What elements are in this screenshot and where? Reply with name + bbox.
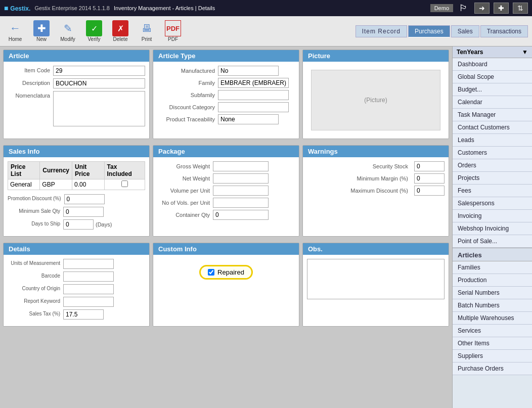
sidebar-item-contact-customers[interactable]: Contact Customers	[453, 121, 532, 134]
col-currency: Currency	[40, 162, 72, 179]
nomenclatura-textarea[interactable]	[53, 91, 145, 126]
min-margin-input[interactable]	[414, 173, 445, 184]
tab-item-record[interactable]: Item Record	[356, 25, 407, 37]
obs-textarea[interactable]	[307, 259, 445, 299]
barcode-input-wrap	[63, 271, 145, 282]
sidebar-item-orders[interactable]: Orders	[453, 159, 532, 172]
family-input[interactable]	[218, 78, 289, 88]
nav-icon-1[interactable]: ➜	[474, 3, 490, 14]
barcode-input[interactable]	[63, 271, 114, 282]
warnings-section: Warnings Security Stock Minimum Margin (…	[302, 145, 449, 237]
picture-box: (Picture)	[311, 70, 440, 130]
flag-icon: 🏳	[459, 3, 468, 14]
item-code-input[interactable]	[53, 66, 145, 76]
custom-info-body: Repaired	[153, 255, 299, 290]
days-to-ship-input[interactable]	[63, 219, 94, 230]
warnings-body: Security Stock Minimum Margin (%) Maximu…	[303, 157, 449, 202]
tab-sales[interactable]: Sales	[451, 25, 479, 37]
sidebar-item-projects[interactable]: Projects	[453, 172, 532, 185]
package-section: Package Gross Weight Net Weight Volume p…	[153, 145, 299, 237]
sidebar-item-customers[interactable]: Customers	[453, 147, 532, 159]
sidebar-item-multiple-warehouses[interactable]: Multiple Warehouses	[453, 312, 532, 325]
volume-per-unit-input[interactable]	[213, 186, 269, 196]
sidebar-item-global-scope[interactable]: Global Scope	[453, 71, 532, 83]
delete-button[interactable]: ✗ Delete	[109, 19, 131, 43]
country-origin-input[interactable]	[63, 284, 114, 294]
sidebar: TenYears ▼ Dashboard Global Scope Budget…	[452, 47, 532, 408]
product-traceability-value-wrap	[218, 114, 295, 124]
sidebar-item-production[interactable]: Production	[453, 274, 532, 287]
manufactured-input[interactable]	[218, 66, 279, 76]
manufactured-value-wrap	[218, 66, 295, 76]
pdf-button[interactable]: PDF PDF	[162, 19, 184, 43]
promo-discount-row: Promotion Discount (%)	[8, 194, 145, 204]
discount-category-input[interactable]	[218, 102, 289, 112]
volume-per-unit-row: Volume per Unit	[157, 186, 295, 196]
tab-transactions[interactable]: Transactions	[480, 25, 528, 37]
verify-button[interactable]: ✓ Verify	[83, 19, 105, 43]
tab-purchases[interactable]: Purchases	[408, 25, 450, 37]
sidebar-item-batch-numbers[interactable]: Batch Numbers	[453, 299, 532, 312]
security-stock-row: Security Stock	[307, 161, 445, 171]
sidebar-item-suppliers[interactable]: Suppliers	[453, 350, 532, 362]
modify-button[interactable]: ✎ Modify	[57, 19, 79, 43]
sidebar-item-budget[interactable]: Budget...	[453, 83, 532, 96]
product-traceability-input[interactable]	[218, 114, 279, 124]
sidebar-item-services[interactable]: Services	[453, 325, 532, 337]
sales-tax-input[interactable]	[63, 309, 104, 320]
sidebar-item-webshop-invoicing[interactable]: Webshop Invoicing	[453, 222, 532, 235]
tax-checkbox[interactable]	[121, 180, 128, 187]
net-weight-input[interactable]	[213, 173, 269, 184]
sidebar-item-families[interactable]: Families	[453, 261, 532, 274]
gross-weight-label: Gross Weight	[157, 163, 213, 169]
min-sale-qty-row: Minimum Sale Qty	[8, 207, 145, 217]
nav-icon-2[interactable]: ✚	[494, 3, 509, 14]
min-sale-qty-label: Minimum Sale Qty	[8, 207, 63, 214]
article-type-header: Article Type	[153, 50, 299, 62]
max-discount-label: Maximum Discount (%)	[350, 188, 411, 194]
details-section: Details Units of Measurement Barcode	[3, 243, 150, 327]
description-input[interactable]	[53, 78, 145, 88]
nav-icon-3[interactable]: ⇅	[513, 3, 528, 14]
discount-category-row: Discount Category	[157, 102, 295, 112]
family-label: Family	[157, 80, 218, 86]
manufactured-label: Manufactured	[157, 68, 218, 74]
no-of-vols-row: No of Vols. per Unit	[157, 198, 295, 208]
picture-header: Picture	[303, 50, 449, 62]
sidebar-item-serial-numbers[interactable]: Serial Numbers	[453, 287, 532, 299]
security-stock-input[interactable]	[414, 161, 445, 171]
sidebar-item-task-manager[interactable]: Task Manager	[453, 109, 532, 121]
container-qty-label: Container Qty	[157, 212, 213, 218]
promo-discount-input[interactable]	[64, 194, 105, 204]
bot-sections: Details Units of Measurement Barcode	[3, 243, 449, 330]
sidebar-item-salespersons[interactable]: Salespersons	[453, 197, 532, 210]
home-icon: ←	[7, 20, 23, 36]
demo-button[interactable]: Demo	[430, 4, 453, 12]
sidebar-item-purchase-orders[interactable]: Purchase Orders	[453, 362, 532, 375]
sidebar-item-other-items[interactable]: Other Items	[453, 337, 532, 350]
no-of-vols-input[interactable]	[213, 198, 269, 208]
sidebar-item-calendar[interactable]: Calendar	[453, 96, 532, 109]
report-keyword-input[interactable]	[63, 297, 114, 307]
family-row: Family	[157, 78, 295, 88]
sidebar-item-dashboard[interactable]: Dashboard	[453, 58, 532, 71]
container-qty-input[interactable]	[213, 210, 269, 220]
print-button[interactable]: 🖶 Print	[136, 19, 158, 43]
repaired-checkbox[interactable]	[208, 269, 214, 276]
sidebar-item-point-of-sale[interactable]: Point of Sale...	[453, 235, 532, 248]
subfamily-input[interactable]	[218, 90, 289, 100]
max-discount-input[interactable]	[414, 186, 445, 196]
home-button[interactable]: ← Home	[4, 19, 26, 43]
sidebar-dropdown-icon[interactable]: ▼	[522, 49, 528, 56]
units-measurement-input[interactable]	[63, 259, 114, 269]
obs-header: Obs.	[303, 243, 449, 255]
min-sale-qty-input[interactable]	[63, 207, 104, 217]
gross-weight-input[interactable]	[213, 161, 269, 171]
manufactured-row: Manufactured	[157, 66, 295, 76]
gross-weight-row: Gross Weight	[157, 161, 295, 171]
new-button[interactable]: ✚ New	[30, 19, 53, 43]
sidebar-item-invoicing[interactable]: Invoicing	[453, 210, 532, 222]
logo-text: Gestix.	[10, 5, 30, 12]
sidebar-item-fees[interactable]: Fees	[453, 185, 532, 197]
sidebar-item-leads[interactable]: Leads	[453, 134, 532, 147]
